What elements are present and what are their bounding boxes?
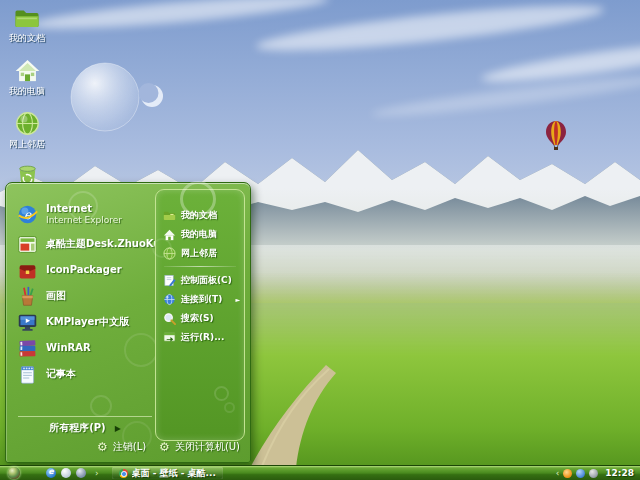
start-menu-item-connect-to[interactable]: 连接到(T) ► xyxy=(156,290,244,309)
shutdown-label: 关闭计算机(U) xyxy=(175,440,240,454)
network-globe-icon xyxy=(15,110,40,137)
gear-icon: ⚙ xyxy=(159,441,170,453)
decor-ring xyxy=(90,395,112,417)
menu-item-label: 搜索(S) xyxy=(181,312,214,325)
system-tray: ‹ 12:28 xyxy=(556,468,640,478)
menu-item-label: 控制面板(C) xyxy=(181,274,232,287)
menu-item-sublabel: Internet Explorer xyxy=(46,215,122,226)
start-button[interactable] xyxy=(8,467,20,479)
connect-to-icon xyxy=(163,293,176,306)
internet-explorer-icon[interactable]: e xyxy=(46,468,56,478)
chrome-icon xyxy=(119,469,128,478)
globe-icon xyxy=(163,247,176,260)
menu-divider xyxy=(164,266,236,267)
menu-item-label: 网上邻居 xyxy=(181,247,217,260)
start-menu-item-network-places[interactable]: 网上邻居 xyxy=(156,244,244,263)
start-menu-item-control-panel[interactable]: 控制面板(C) xyxy=(156,271,244,290)
winrar-icon xyxy=(16,337,38,359)
kmplayer-icon xyxy=(16,311,38,333)
browser-icon[interactable] xyxy=(76,468,86,478)
menu-item-label: IconPackager xyxy=(46,264,122,276)
quick-launch-bar: e › xyxy=(46,468,99,478)
log-off-label: 注销(L) xyxy=(113,440,146,454)
start-menu: e Internet Internet Explorer xyxy=(5,182,251,463)
notepad-icon xyxy=(16,363,38,385)
start-menu-item-paint[interactable]: 画图 xyxy=(16,283,154,309)
house-icon xyxy=(163,228,176,241)
zhuoku-theme-icon xyxy=(16,233,38,255)
desktop-icon-label: 我的文档 xyxy=(9,32,45,45)
taskbar-task-button[interactable]: 桌面 - 壁纸 - 桌酷... xyxy=(112,467,223,479)
all-programs-button[interactable]: 所有程序(P) ▶ xyxy=(18,416,152,434)
start-menu-item-iconpackager[interactable]: IconPackager xyxy=(16,257,154,283)
search-icon xyxy=(163,312,176,325)
internet-explorer-icon: e xyxy=(16,203,38,225)
desktop-icon-my-documents[interactable]: 我的文档 xyxy=(0,4,54,45)
start-menu-item-run[interactable]: 运行(R)... xyxy=(156,328,244,347)
menu-item-label: 画图 xyxy=(46,290,66,302)
all-programs-arrow-icon: ▶ xyxy=(115,424,121,433)
svg-text:e: e xyxy=(23,207,31,221)
desktop-icon-my-computer[interactable]: 我的电脑 xyxy=(0,57,54,98)
start-menu-item-kmplayer[interactable]: KMPlayer中文版 xyxy=(16,309,154,335)
shutdown-button[interactable]: ⚙ 关闭计算机(U) xyxy=(159,440,240,454)
task-button-label: 桌面 - 壁纸 - 桌酷... xyxy=(132,467,216,480)
desktop: 我的文档 我的电脑 xyxy=(0,0,640,480)
menu-item-label: 运行(R)... xyxy=(181,331,224,344)
tray-collapse-chevron[interactable]: ‹ xyxy=(556,469,560,478)
menu-item-label: KMPlayer中文版 xyxy=(46,316,129,328)
run-icon xyxy=(163,331,176,344)
quick-launch-expand-chevron[interactable]: › xyxy=(95,469,99,478)
gear-icon: ⚙ xyxy=(97,441,108,453)
submenu-arrow-icon: ► xyxy=(235,296,240,303)
log-off-button[interactable]: ⚙ 注销(L) xyxy=(97,440,146,454)
control-panel-icon xyxy=(163,274,176,287)
decor-ring xyxy=(214,386,229,401)
taskbar-clock[interactable]: 12:28 xyxy=(605,468,634,478)
paint-icon xyxy=(16,285,38,307)
menu-item-label: 我的电脑 xyxy=(181,228,217,241)
desktop-icon-list: 我的文档 我的电脑 xyxy=(0,4,54,204)
iconpackager-icon xyxy=(16,259,38,281)
launcher-icon[interactable] xyxy=(61,468,71,478)
start-menu-program-list: e Internet Internet Explorer xyxy=(16,197,154,387)
my-documents-folder-icon xyxy=(13,4,41,31)
desktop-icon-label: 网上邻居 xyxy=(9,138,45,151)
start-menu-item-my-computer[interactable]: 我的电脑 xyxy=(156,225,244,244)
all-programs-label: 所有程序(P) xyxy=(49,422,105,434)
menu-item-label: 连接到(T) xyxy=(181,293,222,306)
desktop-icon-network-places[interactable]: 网上邻居 xyxy=(0,110,54,151)
start-menu-item-search[interactable]: 搜索(S) xyxy=(156,309,244,328)
gray-swirl-icon[interactable] xyxy=(589,469,598,478)
menu-item-label: 记事本 xyxy=(46,368,76,380)
decor-ring xyxy=(224,402,235,413)
taskbar: e › 桌面 - 壁纸 - 桌酷... ‹ 12:28 xyxy=(0,465,640,480)
my-computer-house-icon xyxy=(14,57,41,84)
start-menu-item-zhuoku-theme[interactable]: 桌酷主题Desk.ZhuoKu.Com xyxy=(16,231,154,257)
start-menu-places-panel: 我的文档 我的电脑 xyxy=(155,189,245,441)
menu-item-label: WinRAR xyxy=(46,342,91,354)
start-menu-item-notepad[interactable]: 记事本 xyxy=(16,361,154,387)
folder-icon xyxy=(163,209,176,222)
start-menu-footer: ⚙ 注销(L) ⚙ 关闭计算机(U) xyxy=(6,436,250,458)
qq-penguin-icon[interactable] xyxy=(563,469,572,478)
desktop-icon-label: 我的电脑 xyxy=(9,85,45,98)
start-menu-item-internet[interactable]: e Internet Internet Explorer xyxy=(16,197,154,231)
menu-item-label: Internet Internet Explorer xyxy=(46,203,122,226)
blue-ball-icon[interactable] xyxy=(576,469,585,478)
menu-item-label: 我的文档 xyxy=(181,209,217,222)
start-menu-item-my-documents[interactable]: 我的文档 xyxy=(156,206,244,225)
start-menu-item-winrar[interactable]: WinRAR xyxy=(16,335,154,361)
